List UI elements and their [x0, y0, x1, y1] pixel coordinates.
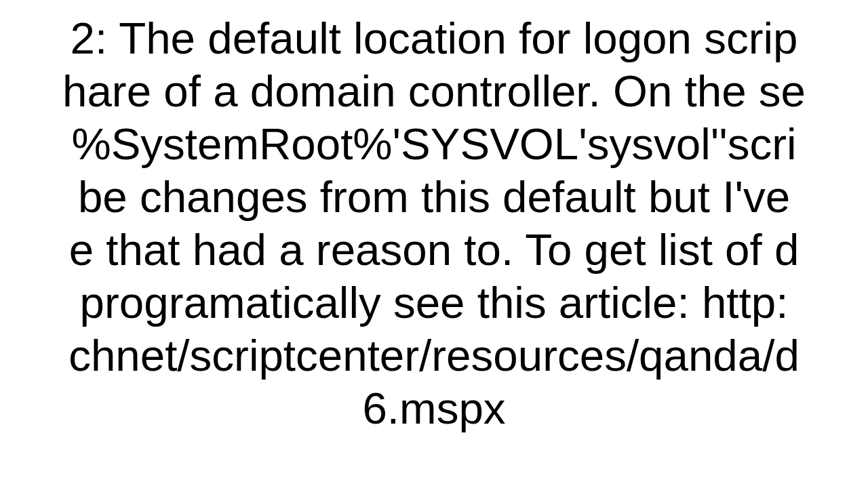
- text-line-7: chnet/scriptcenter/resources/qanda/d: [68, 331, 800, 380]
- text-line-4: be changes from this default but I've: [78, 172, 790, 222]
- document-text-block: 2: The default location for logon scrip …: [0, 12, 868, 435]
- text-line-2: hare of a domain controller. On the se: [62, 66, 806, 116]
- text-line-1: 2: The default location for logon scrip: [71, 14, 798, 63]
- text-line-5: e that had a reason to. To get list of d: [69, 225, 800, 274]
- text-line-6: programatically see this article: http:: [80, 278, 789, 327]
- text-line-3: %SystemRoot%'SYSVOL'sysvol''scri: [71, 119, 796, 169]
- text-line-8: 6.mspx: [362, 384, 505, 433]
